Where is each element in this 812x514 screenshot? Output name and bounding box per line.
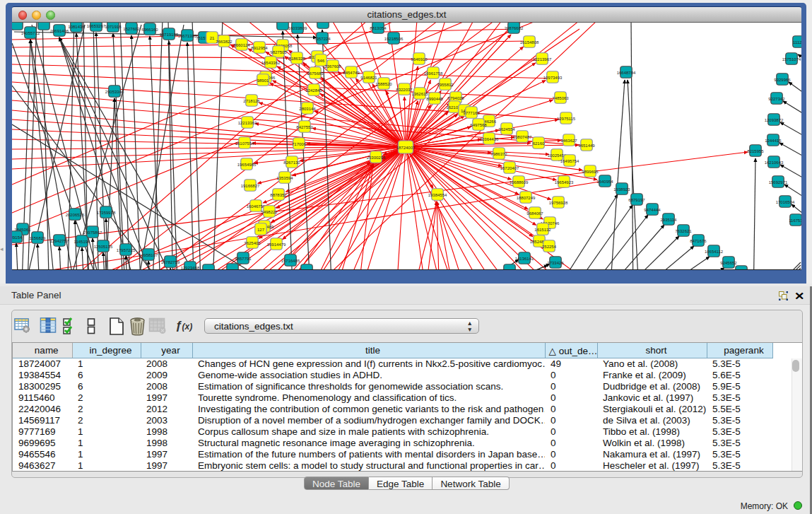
svg-text:1588520: 1588520 [375, 81, 392, 86]
svg-text:19756928: 19756928 [549, 200, 568, 204]
svg-text:29053346: 29053346 [105, 89, 124, 93]
svg-text:15720407: 15720407 [500, 165, 519, 170]
svg-text:7357224: 7357224 [314, 36, 331, 40]
svg-text:12213967: 12213967 [533, 57, 552, 61]
svg-text:7632621: 7632621 [675, 228, 692, 233]
svg-text:20364436: 20364436 [480, 136, 499, 141]
svg-text:19218506: 19218506 [384, 36, 404, 40]
svg-text:16914479: 16914479 [267, 242, 286, 246]
svg-text:1640954: 1640954 [596, 179, 613, 183]
svg-text:8912954: 8912954 [251, 45, 268, 49]
svg-text:7625402: 7625402 [244, 240, 261, 245]
svg-text:19654985: 19654985 [237, 162, 257, 166]
svg-text:16495754: 16495754 [560, 158, 579, 163]
svg-text:11123: 11123 [793, 40, 801, 44]
svg-text:19654923: 19654923 [555, 180, 574, 184]
svg-text:717006: 717006 [292, 141, 307, 146]
svg-text:10958107: 10958107 [139, 252, 158, 257]
svg-text:19166827: 19166827 [241, 183, 260, 187]
svg-text:546: 546 [317, 58, 325, 62]
svg-text:1145194: 1145194 [74, 239, 91, 243]
svg-text:1353594: 1353594 [276, 175, 293, 180]
svg-text:21: 21 [210, 35, 215, 40]
svg-text:1527602: 1527602 [123, 26, 140, 30]
svg-text:12213363: 12213363 [238, 120, 257, 124]
svg-text:10973493: 10973493 [543, 75, 563, 79]
svg-text:62160: 62160 [533, 141, 545, 145]
svg-text:9660124: 9660124 [233, 42, 250, 47]
svg-text:8186328: 8186328 [288, 56, 305, 60]
svg-text:12505135: 12505135 [94, 244, 113, 248]
svg-text:1733426: 1733426 [547, 260, 564, 264]
svg-text:1081436: 1081436 [68, 24, 85, 28]
svg-text:16154808: 16154808 [520, 40, 539, 44]
svg-text:8813054: 8813054 [370, 25, 387, 30]
svg-text:20876682: 20876682 [505, 25, 524, 30]
svg-text:2803144: 2803144 [299, 106, 316, 110]
svg-text:7955812: 7955812 [437, 82, 454, 86]
svg-text:16543362: 16543362 [261, 60, 281, 64]
svg-text:8215955: 8215955 [747, 148, 764, 153]
svg-text:10807487: 10807487 [513, 134, 532, 139]
svg-text:12093872: 12093872 [765, 117, 784, 122]
svg-text:9329966: 9329966 [774, 77, 791, 81]
svg-text:7485063: 7485063 [552, 95, 569, 100]
svg-text:17016504: 17016504 [776, 199, 795, 204]
svg-text:9474444: 9474444 [644, 207, 661, 211]
svg-text:16648784: 16648784 [617, 70, 636, 74]
svg-text:10653267: 10653267 [87, 23, 106, 28]
svg-text:16033809: 16033809 [288, 25, 307, 30]
svg-text:1071918: 1071918 [105, 24, 122, 28]
svg-text:8427552: 8427552 [296, 124, 313, 129]
svg-text:3624554: 3624554 [498, 127, 515, 131]
svg-text:116753: 116753 [789, 218, 801, 222]
svg-text:10654112: 10654112 [705, 249, 724, 253]
svg-text:9646910: 9646910 [411, 57, 428, 61]
svg-text:25300295: 25300295 [367, 155, 386, 159]
svg-text:14055712: 14055712 [21, 30, 40, 35]
svg-text:9684067: 9684067 [526, 211, 543, 215]
svg-text:9227342: 9227342 [768, 96, 785, 100]
svg-text:8322037: 8322037 [396, 87, 413, 91]
svg-text:9242845: 9242845 [305, 88, 322, 92]
svg-text:1156829: 1156829 [30, 235, 47, 240]
svg-text:39154: 39154 [12, 235, 23, 239]
svg-text:12942757: 12942757 [50, 238, 69, 243]
svg-text:1244415: 1244415 [765, 138, 782, 142]
svg-text:9245652: 9245652 [720, 260, 737, 264]
svg-text:6794028: 6794028 [447, 95, 464, 100]
svg-text:1362615: 1362615 [411, 91, 428, 95]
svg-text:98901: 98901 [257, 78, 269, 82]
svg-text:29975867: 29975867 [83, 230, 102, 234]
svg-text:12975115: 12975115 [557, 116, 576, 120]
svg-text:15692971: 15692971 [769, 180, 788, 184]
svg-text:9827505: 9827505 [270, 49, 287, 54]
svg-text:10719185: 10719185 [160, 32, 179, 36]
svg-text:20691406: 20691406 [50, 28, 69, 33]
svg-text:17359918: 17359918 [97, 210, 116, 214]
svg-text:1938923: 1938923 [613, 187, 630, 191]
svg-text:6497568: 6497568 [470, 122, 487, 127]
svg-text:8471676: 8471676 [690, 238, 707, 243]
svg-text:16210643: 16210643 [765, 160, 784, 164]
svg-text:8267130: 8267130 [283, 160, 300, 164]
svg-text:8990448: 8990448 [426, 96, 443, 100]
svg-text:2935114: 2935114 [661, 217, 678, 221]
svg-text:16782759: 16782759 [161, 259, 180, 264]
svg-text:9463627: 9463627 [560, 138, 577, 142]
svg-text:1615132: 1615132 [534, 227, 551, 231]
svg-text:9777169: 9777169 [463, 110, 480, 115]
svg-text:10688609: 10688609 [510, 180, 529, 184]
svg-text:16046755: 16046755 [247, 204, 266, 208]
svg-text:15716485: 15716485 [281, 258, 300, 262]
svg-text:5498222: 5498222 [261, 209, 278, 214]
svg-text:7986372: 7986372 [490, 151, 507, 156]
svg-text:9651449: 9651449 [578, 143, 595, 147]
svg-text:16107554: 16107554 [235, 141, 254, 145]
svg-text:127: 127 [257, 227, 265, 231]
svg-text:15751074: 15751074 [782, 57, 801, 61]
svg-text:17957225: 17957225 [117, 247, 136, 252]
svg-text:9899695: 9899695 [582, 169, 599, 173]
svg-text:16671385: 16671385 [178, 33, 197, 37]
svg-text:7663822: 7663822 [216, 39, 233, 43]
